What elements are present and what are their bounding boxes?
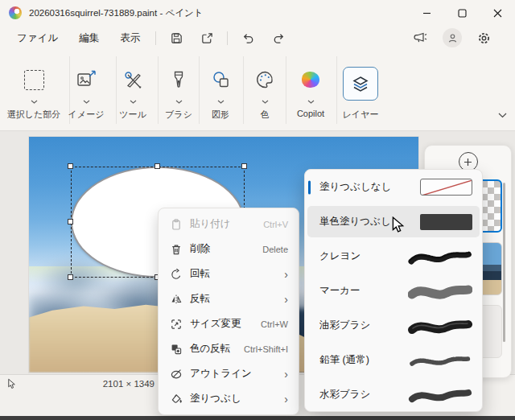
tool-label: レイヤー — [343, 109, 379, 121]
tool-brushes[interactable]: ブラシ — [159, 61, 198, 121]
minimize-button[interactable] — [409, 0, 444, 26]
tool-label: 選択した部分 — [7, 109, 61, 121]
tool-label: 図形 — [212, 109, 229, 121]
context-menu-item-outline[interactable]: アウトライン › — [162, 361, 295, 386]
fill-option-oil-brush[interactable]: 油彩ブラシ — [305, 308, 482, 343]
close-icon — [493, 9, 502, 18]
context-menu-item-rotate[interactable]: 回転 › — [162, 261, 295, 286]
fill-option-no-fill[interactable]: 塗りつぶしなし — [305, 170, 482, 204]
delete-icon — [169, 243, 183, 256]
menu-edit[interactable]: 編集 — [68, 27, 109, 49]
fill-icon — [169, 393, 183, 406]
divider — [243, 56, 244, 124]
solid-fill-preview — [403, 214, 472, 230]
cursor-position-icon — [7, 378, 16, 390]
selection-icon — [24, 70, 44, 90]
menu-file[interactable]: ファイル — [6, 27, 68, 49]
context-menu-item-resize[interactable]: サイズ変更 Ctrl+W — [162, 311, 295, 336]
maximize-button[interactable] — [444, 0, 480, 26]
save-button[interactable] — [164, 27, 188, 49]
tool-copilot[interactable]: Copilot — [287, 61, 334, 118]
layers-scrollbar[interactable] — [503, 183, 505, 342]
settings-gear-icon — [477, 31, 491, 45]
fill-option-watercolor[interactable]: 水彩ブラシ — [305, 377, 482, 412]
rotate-icon — [169, 268, 183, 281]
divider — [227, 31, 228, 45]
context-menu-item-paste[interactable]: 貼り付け Ctrl+V — [162, 212, 295, 237]
copilot-icon — [302, 72, 319, 88]
selection-handle-n[interactable] — [154, 163, 160, 169]
divider — [158, 56, 159, 124]
selection-handle-w[interactable] — [68, 219, 73, 224]
outline-icon — [169, 368, 183, 381]
tools-icon — [123, 70, 143, 90]
context-menu-item-flip[interactable]: 反転 › — [162, 286, 295, 311]
shapes-icon — [211, 70, 231, 89]
feedback-button[interactable] — [409, 27, 433, 49]
chevron-down-icon — [307, 100, 315, 104]
account-icon — [447, 32, 459, 44]
chevron-down-icon — [130, 100, 137, 104]
chevron-down-icon — [83, 100, 90, 104]
selection-handle-sw[interactable] — [68, 274, 73, 280]
invert-colors-icon — [169, 343, 183, 356]
flip-icon — [169, 293, 183, 306]
window-title: 20260316squirrel-731889.paint - ペイント — [29, 7, 204, 19]
paint-app-icon — [9, 6, 22, 19]
divider — [286, 56, 286, 124]
title-bar: 20260316squirrel-731889.paint - ペイント — [0, 0, 515, 26]
menubar-right-cluster — [406, 27, 509, 49]
paste-icon — [169, 218, 183, 231]
close-button[interactable] — [480, 0, 515, 26]
window-bottom-edge — [0, 416, 515, 420]
context-menu-item-fill[interactable]: 塗りつぶし › — [162, 386, 295, 411]
selection-handle-nw[interactable] — [68, 163, 73, 169]
maximize-icon — [458, 9, 467, 18]
selected-indicator — [308, 180, 311, 194]
watercolor-stroke-preview — [403, 385, 472, 406]
chevron-down-icon — [217, 100, 225, 104]
menu-bar: ファイル 編集 表示 — [0, 26, 515, 50]
undo-button[interactable] — [236, 27, 260, 49]
layers-icon — [351, 74, 370, 93]
selection-handle-ne[interactable] — [241, 163, 247, 169]
divider — [155, 31, 156, 45]
fill-option-crayon[interactable]: クレヨン — [305, 239, 482, 274]
tool-image[interactable]: イメージ — [64, 61, 108, 121]
tool-label: イメージ — [68, 109, 105, 121]
toolbar-ribbon: 選択した部分 イメージ ツール — [0, 50, 515, 131]
tool-label: 色 — [261, 109, 270, 121]
image-icon — [76, 70, 97, 89]
oil-brush-stroke-preview — [403, 315, 472, 336]
share-icon — [200, 31, 214, 45]
redo-button[interactable] — [266, 27, 290, 49]
context-menu-item-invert-colors[interactable]: 色の反転 Ctrl+Shift+I — [162, 336, 295, 361]
tool-tools[interactable]: ツール — [113, 61, 153, 121]
resize-icon — [169, 318, 183, 331]
tool-selection[interactable]: 選択した部分 — [0, 61, 68, 121]
fill-option-marker[interactable]: マーカー — [305, 274, 482, 308]
tool-colors[interactable]: 色 — [245, 61, 285, 121]
divider — [199, 56, 200, 124]
tool-label: ブラシ — [165, 109, 192, 121]
context-menu: 貼り付け Ctrl+V 削除 Delete 回転 › 反転 › サイズ変更 Ct… — [158, 208, 299, 415]
account-button[interactable] — [443, 28, 462, 47]
settings-button[interactable] — [472, 27, 496, 49]
tool-label: Copilot — [297, 109, 324, 118]
crayon-stroke-preview — [403, 246, 472, 267]
menu-view[interactable]: 表示 — [109, 27, 150, 49]
tool-layers[interactable]: レイヤー — [338, 61, 383, 121]
chevron-down-icon — [175, 100, 183, 104]
brush-icon — [170, 70, 187, 90]
tool-shapes[interactable]: 図形 — [200, 61, 241, 121]
fill-option-pencil[interactable]: 鉛筆 (通常) — [305, 343, 482, 377]
color-palette-icon — [255, 70, 275, 89]
minimize-icon — [422, 9, 431, 18]
image-dimensions: 2101 × 1349 — [87, 379, 154, 389]
add-layer-icon — [464, 158, 472, 167]
share-button[interactable] — [195, 27, 219, 49]
toolbar-overflow-button[interactable] — [498, 113, 507, 118]
tool-label: ツール — [119, 109, 146, 121]
context-menu-item-delete[interactable]: 削除 Delete — [162, 237, 295, 261]
no-fill-preview — [403, 179, 472, 196]
